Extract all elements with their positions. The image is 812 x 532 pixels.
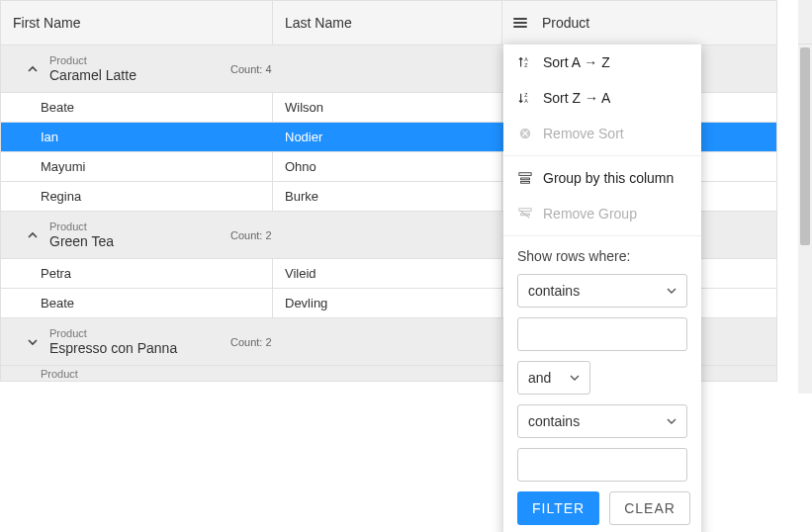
menu-divider: [503, 155, 701, 156]
select-value: contains: [528, 283, 580, 299]
chevron-down-icon: [667, 288, 677, 294]
chevron-up-icon: [26, 62, 40, 76]
filter-label: Show rows where:: [517, 248, 687, 264]
group-title: ProductEspresso con Panna: [49, 327, 177, 357]
sort-desc-icon: ZA: [517, 90, 533, 106]
cell-first-name: Ian: [1, 123, 273, 151]
menu-group-by[interactable]: Group by this column: [503, 160, 701, 196]
cell-last-name: Devling: [273, 289, 502, 317]
svg-text:Z: Z: [524, 62, 528, 68]
remove-sort-icon: [517, 126, 533, 141]
column-menu-button[interactable]: [510, 13, 530, 33]
svg-rect-7: [521, 182, 530, 184]
svg-text:Z: Z: [524, 92, 528, 98]
svg-text:A: A: [524, 98, 528, 104]
button-label: CLEAR: [624, 500, 676, 516]
menu-item-label: Sort A → Z: [543, 54, 610, 70]
svg-rect-8: [519, 209, 531, 212]
header-row: First Name Last Name Product: [1, 1, 776, 45]
filter-value-1-input[interactable]: [517, 317, 687, 351]
svg-text:A: A: [524, 56, 528, 62]
column-header-first-name[interactable]: First Name: [1, 1, 273, 44]
cell-first-name: Regina: [1, 182, 273, 211]
cell-first-name: Beate: [1, 93, 273, 122]
button-label: FILTER: [532, 500, 585, 516]
cell-first-name: Petra: [1, 259, 273, 288]
hamburger-icon: [513, 16, 527, 30]
filter-section: Show rows where: contains and contains F…: [503, 240, 701, 525]
chevron-down-icon: [667, 418, 677, 424]
group-field-label: Product: [49, 54, 136, 67]
chevron-up-icon: [26, 228, 40, 242]
group-title: ProductGreen Tea: [49, 221, 114, 250]
group-by-icon: [517, 170, 533, 186]
svg-rect-6: [521, 178, 530, 180]
scroll-thumb[interactable]: [800, 47, 810, 245]
menu-item-label: Sort Z → A: [543, 90, 610, 106]
cell-first-name: Beate: [1, 289, 273, 317]
menu-item-label: Group by this column: [543, 170, 674, 186]
group-field-label: Product: [41, 368, 78, 380]
group-value: Caramel Latte: [49, 67, 136, 84]
sort-asc-icon: AZ: [517, 54, 533, 70]
remove-group-icon: [517, 206, 533, 222]
cell-last-name: Burke: [273, 182, 502, 211]
header-label: Last Name: [285, 15, 352, 31]
cell-last-name: Wilson: [273, 93, 502, 122]
column-header-last-name[interactable]: Last Name: [273, 1, 502, 44]
cell-last-name: Ohno: [273, 152, 502, 181]
cell-first-name: Mayumi: [1, 152, 273, 181]
menu-divider: [503, 235, 701, 236]
filter-logic-select[interactable]: and: [517, 361, 590, 395]
group-title: ProductCaramel Latte: [49, 54, 136, 84]
filter-value-2-input[interactable]: [517, 448, 687, 482]
filter-operator-1-select[interactable]: contains: [517, 274, 687, 308]
menu-remove-sort: Remove Sort: [503, 116, 701, 151]
column-menu-dropdown: AZ Sort A → Z ZA Sort Z → A Remove Sort …: [503, 44, 701, 532]
menu-sort-desc[interactable]: ZA Sort Z → A: [503, 80, 701, 116]
group-value: Green Tea: [49, 233, 114, 250]
cell-last-name: Vileid: [273, 259, 502, 288]
chevron-down-icon: [26, 335, 40, 349]
header-label: Product: [542, 15, 589, 31]
filter-clear-button[interactable]: CLEAR: [609, 491, 690, 525]
group-count: Count: 2: [230, 229, 272, 241]
cell-last-name: Nodier: [273, 123, 502, 151]
filter-operator-2-select[interactable]: contains: [517, 404, 687, 438]
select-value: and: [528, 370, 551, 386]
filter-apply-button[interactable]: FILTER: [517, 491, 599, 525]
menu-remove-group: Remove Group: [503, 196, 701, 231]
group-count: Count: 4: [230, 63, 272, 75]
menu-sort-asc[interactable]: AZ Sort A → Z: [503, 44, 701, 80]
select-value: contains: [528, 413, 580, 429]
group-field-label: Product: [49, 221, 114, 233]
group-field-label: Product: [49, 327, 177, 340]
svg-rect-5: [519, 173, 531, 176]
chevron-down-icon: [570, 375, 580, 381]
vertical-scrollbar[interactable]: [798, 0, 812, 394]
column-header-product[interactable]: Product: [502, 1, 776, 44]
group-count: Count: 2: [230, 336, 272, 348]
menu-item-label: Remove Group: [543, 206, 637, 222]
menu-item-label: Remove Sort: [543, 126, 624, 141]
header-label: First Name: [13, 15, 80, 31]
group-value: Espresso con Panna: [49, 340, 177, 357]
